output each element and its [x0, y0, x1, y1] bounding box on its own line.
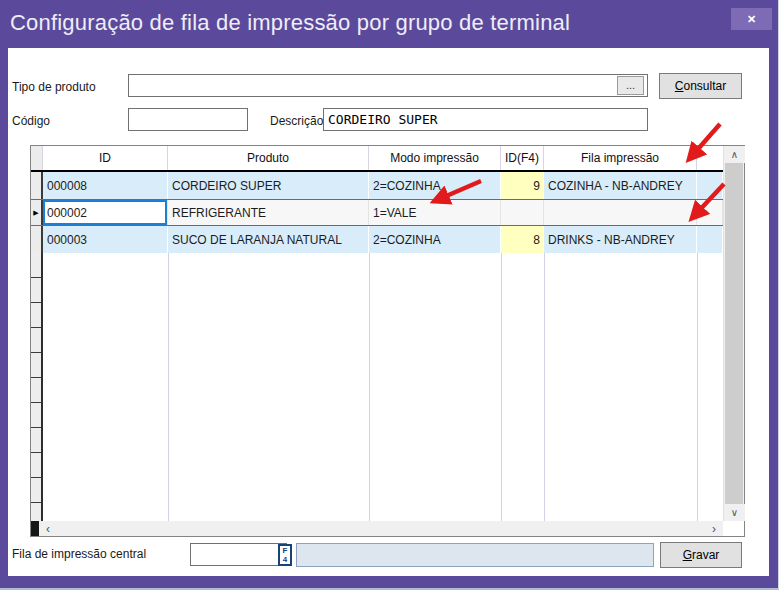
chevron-left-icon: ‹	[46, 522, 50, 536]
cell-produto[interactable]: CORDEIRO SUPER	[168, 172, 369, 199]
tipo-de-produto-label: Tipo de produto	[12, 80, 96, 94]
column-header-fila[interactable]: Fila impressão	[544, 146, 697, 170]
cell-modo[interactable]: 2=COZINHA	[369, 172, 501, 199]
grid-corner-cell	[31, 146, 43, 170]
vertical-scrollbar[interactable]: ∧ ∨	[723, 146, 744, 521]
chevron-down-icon: ∨	[731, 507, 738, 518]
grid-column-line	[369, 253, 370, 521]
product-grid: ID Produto Modo impressão ID(F4) Fila im…	[30, 145, 745, 537]
scroll-down-button[interactable]: ∨	[724, 504, 745, 521]
cell-extra	[697, 200, 723, 225]
descricao-input[interactable]	[323, 108, 648, 131]
horizontal-scrollbar[interactable]: ‹ ›	[31, 521, 723, 536]
cell-fila[interactable]: DRINKS - NB-ANDREY	[544, 226, 697, 253]
column-header-extra	[697, 146, 723, 170]
tipo-de-produto-input[interactable]	[128, 74, 648, 97]
chevron-right-icon: ›	[712, 522, 716, 536]
fila-central-code-input[interactable]	[190, 543, 287, 566]
codigo-input[interactable]	[128, 108, 248, 131]
grid-body: ID Produto Modo impressão ID(F4) Fila im…	[31, 146, 723, 521]
cell-modo[interactable]: 2=COZINHA	[369, 226, 501, 253]
scrollbar-corner-box	[31, 521, 39, 536]
cell-extra	[697, 226, 723, 253]
dialog-window: Configuração de fila de impressão por gr…	[0, 0, 779, 590]
dialog-title: Configuração de fila de impressão por gr…	[10, 10, 570, 36]
fila-central-description-field[interactable]	[296, 543, 654, 567]
codigo-label: Código	[12, 114, 50, 128]
cell-id[interactable]: 000002	[43, 200, 168, 225]
row-selector-cell[interactable]: ▶	[31, 200, 43, 225]
grid-column-line	[501, 253, 502, 521]
cell-extra	[697, 172, 723, 199]
column-header-id[interactable]: ID	[43, 146, 168, 170]
f4-bottom-letter: 4	[283, 555, 287, 564]
scroll-right-button[interactable]: ›	[705, 521, 723, 536]
cell-idf4[interactable]: 9	[501, 172, 544, 199]
vertical-scrollbar-thumb[interactable]	[725, 163, 743, 504]
consultar-button[interactable]: Consultar	[659, 73, 742, 99]
gravar-button[interactable]: Gravar	[660, 542, 742, 568]
cell-fila[interactable]: COZINHA - NB-ANDREY	[544, 172, 697, 199]
column-header-modo[interactable]: Modo impressão	[369, 146, 501, 170]
empty-row-selectors	[31, 253, 43, 521]
fila-central-label: Fila de impressão central	[12, 547, 146, 561]
cell-id[interactable]: 000003	[43, 226, 168, 253]
grid-column-line	[697, 253, 698, 521]
browse-button[interactable]: ...	[617, 76, 644, 95]
close-icon: ✕	[747, 13, 756, 26]
close-button[interactable]: ✕	[731, 8, 772, 30]
column-header-produto[interactable]: Produto	[168, 146, 369, 170]
f4-shortcut-icon[interactable]: F 4	[278, 544, 292, 566]
titlebar: Configuração de fila de impressão por gr…	[0, 0, 778, 48]
cell-produto[interactable]: SUCO DE LARANJA NATURAL	[168, 226, 369, 253]
fila-central-description-value	[297, 544, 653, 552]
grid-header-row: ID Produto Modo impressão ID(F4) Fila im…	[31, 146, 723, 172]
gravar-button-label: Gravar	[683, 548, 720, 562]
column-header-idf4[interactable]: ID(F4)	[501, 146, 544, 170]
dialog-content: Tipo de produto ... Consultar Código Des…	[8, 48, 769, 576]
grid-column-line	[544, 253, 545, 521]
scroll-up-button[interactable]: ∧	[724, 146, 745, 163]
cell-idf4[interactable]: 8	[501, 226, 544, 253]
row-selector-cell[interactable]	[31, 172, 43, 199]
descricao-label: Descrição	[270, 114, 323, 128]
chevron-up-icon: ∧	[731, 149, 738, 160]
table-row[interactable]: 000008 CORDEIRO SUPER 2=COZINHA 9 COZINH…	[31, 172, 723, 199]
grid-column-line	[168, 253, 169, 521]
cell-idf4[interactable]	[501, 200, 544, 225]
row-selector-cell[interactable]	[31, 226, 43, 253]
table-row[interactable]: 000003 SUCO DE LARANJA NATURAL 2=COZINHA…	[31, 226, 723, 253]
cell-modo[interactable]: 1=VALE	[369, 200, 501, 225]
scroll-left-button[interactable]: ‹	[39, 521, 57, 536]
table-row-selected[interactable]: ▶ 000002 REFRIGERANTE 1=VALE	[31, 199, 723, 226]
f4-top-letter: F	[283, 546, 288, 555]
cell-fila[interactable]	[544, 200, 697, 225]
consultar-button-label: Consultar	[675, 79, 726, 93]
cell-produto[interactable]: REFRIGERANTE	[168, 200, 369, 225]
cell-id[interactable]: 000008	[43, 172, 168, 199]
current-row-marker-icon: ▶	[33, 209, 38, 216]
